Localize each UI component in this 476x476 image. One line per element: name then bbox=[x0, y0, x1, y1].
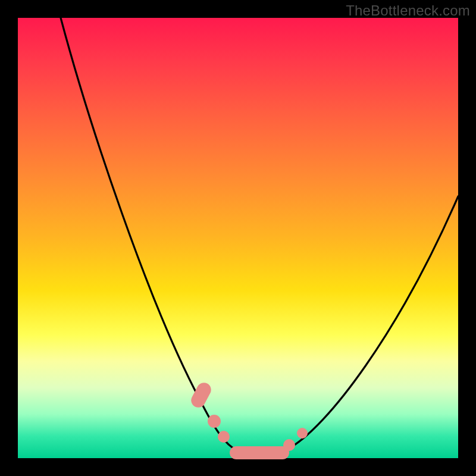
curve-marker bbox=[297, 428, 308, 439]
chart-frame: TheBottleneck.com bbox=[0, 0, 476, 476]
curve-layer bbox=[18, 18, 458, 458]
watermark-text: TheBottleneck.com bbox=[346, 2, 470, 19]
marker-group bbox=[189, 380, 308, 459]
curve-marker bbox=[208, 415, 221, 428]
plot-area bbox=[18, 18, 458, 458]
curve-marker bbox=[218, 431, 230, 443]
curve-marker bbox=[283, 439, 295, 451]
curve-marker bbox=[230, 446, 289, 459]
bottleneck-curve bbox=[61, 18, 458, 455]
